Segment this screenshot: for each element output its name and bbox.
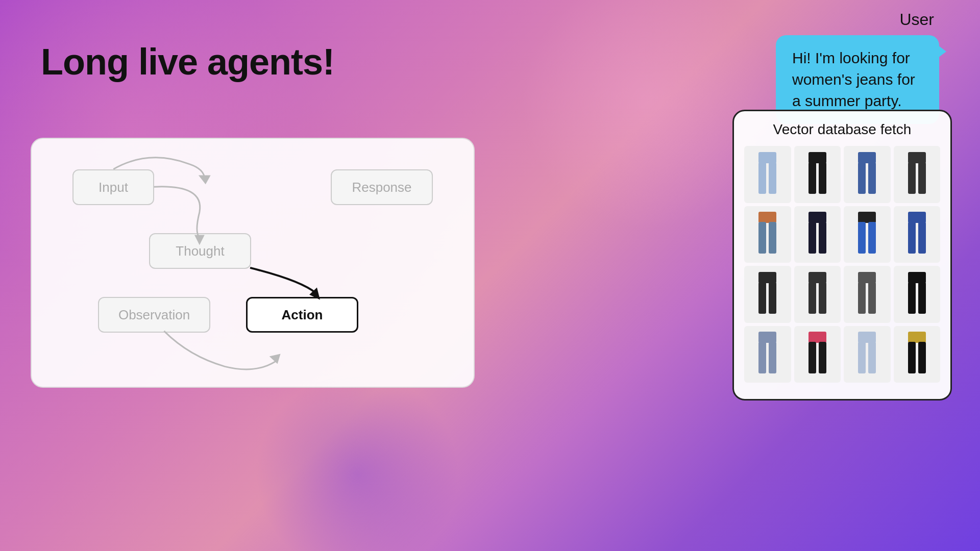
jeans-item <box>844 146 891 203</box>
svg-rect-25 <box>908 212 926 223</box>
svg-rect-30 <box>769 282 776 314</box>
jeans-item <box>894 326 941 383</box>
svg-rect-7 <box>808 152 826 163</box>
svg-rect-50 <box>908 342 916 373</box>
svg-rect-38 <box>908 282 916 314</box>
svg-rect-33 <box>819 282 826 314</box>
svg-rect-24 <box>868 222 876 254</box>
svg-rect-21 <box>819 222 826 254</box>
svg-rect-11 <box>858 162 866 194</box>
svg-rect-12 <box>868 162 876 194</box>
svg-rect-31 <box>808 272 826 283</box>
svg-rect-42 <box>769 342 776 373</box>
user-label: User <box>899 10 934 29</box>
jeans-item <box>894 146 941 203</box>
jeans-item <box>844 326 891 383</box>
svg-rect-5 <box>758 162 766 194</box>
svg-rect-47 <box>858 342 866 373</box>
svg-rect-34 <box>858 272 876 283</box>
svg-rect-9 <box>819 162 826 194</box>
node-observation: Observation <box>98 297 210 333</box>
svg-rect-29 <box>758 282 766 314</box>
vectordb-title: Vector database fetch <box>744 121 940 138</box>
svg-rect-39 <box>918 282 926 314</box>
node-action: Action <box>246 297 358 333</box>
jeans-item <box>844 266 891 323</box>
svg-rect-17 <box>758 222 766 254</box>
svg-rect-20 <box>808 222 816 254</box>
svg-rect-43 <box>808 332 826 343</box>
svg-marker-3 <box>199 175 211 184</box>
jeans-item <box>894 206 941 263</box>
svg-rect-14 <box>908 162 916 194</box>
jeans-item <box>794 206 841 263</box>
jeans-item <box>794 266 841 323</box>
svg-rect-48 <box>868 342 876 373</box>
svg-rect-19 <box>808 212 826 223</box>
svg-rect-4 <box>758 152 776 163</box>
svg-rect-8 <box>808 162 816 194</box>
jeans-item <box>744 326 791 383</box>
user-section: User Hi! I'm looking for women's jeans f… <box>776 10 939 124</box>
jeans-item <box>894 266 941 323</box>
node-input: Input <box>72 169 154 205</box>
page-title: Long live agents! <box>41 41 334 83</box>
jeans-item <box>794 326 841 383</box>
svg-rect-16 <box>758 212 776 223</box>
svg-rect-26 <box>908 222 916 254</box>
svg-rect-27 <box>918 222 926 254</box>
svg-rect-32 <box>808 282 816 314</box>
svg-rect-18 <box>769 222 776 254</box>
svg-rect-13 <box>908 152 926 163</box>
svg-marker-2 <box>270 354 281 364</box>
svg-rect-51 <box>918 342 926 373</box>
svg-rect-15 <box>918 162 926 194</box>
svg-rect-22 <box>858 212 876 223</box>
svg-rect-36 <box>868 282 876 314</box>
svg-rect-40 <box>758 332 776 343</box>
svg-rect-6 <box>769 162 776 194</box>
jeans-item <box>844 206 891 263</box>
svg-rect-45 <box>819 342 826 373</box>
svg-rect-49 <box>908 332 926 343</box>
svg-rect-41 <box>758 342 766 373</box>
jeans-grid <box>744 146 940 383</box>
jeans-item <box>744 266 791 323</box>
svg-rect-28 <box>758 272 776 283</box>
vectordb-card: Vector database fetch <box>732 110 952 400</box>
svg-rect-37 <box>908 272 926 283</box>
svg-rect-44 <box>808 342 816 373</box>
jeans-item <box>794 146 841 203</box>
svg-rect-23 <box>858 222 866 254</box>
node-thought: Thought <box>149 233 251 269</box>
svg-rect-35 <box>858 282 866 314</box>
jeans-item <box>744 146 791 203</box>
agent-diagram-card: Input Response Thought Observation Actio… <box>31 138 475 388</box>
svg-rect-10 <box>858 152 876 163</box>
svg-rect-46 <box>858 332 876 343</box>
jeans-item <box>744 206 791 263</box>
node-response: Response <box>331 169 433 205</box>
